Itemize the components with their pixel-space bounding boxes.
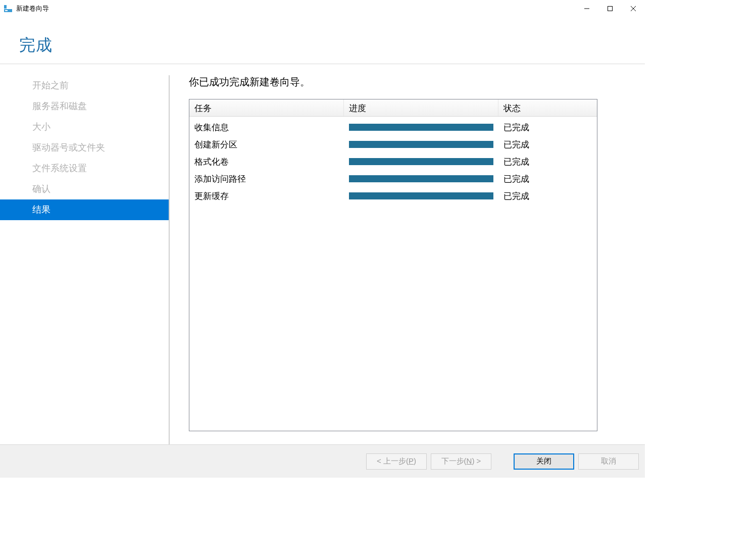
cell-task: 更新缓存 — [189, 190, 344, 202]
cell-task: 添加访问路径 — [189, 173, 344, 185]
cell-status: 已完成 — [498, 122, 597, 133]
cell-status: 已完成 — [498, 139, 597, 150]
table-row: 更新缓存 已完成 — [189, 187, 597, 205]
app-icon — [4, 5, 12, 13]
cancel-button: 取消 — [578, 453, 639, 470]
cell-progress — [344, 124, 498, 131]
sidebar-item-before-begin: 开始之前 — [18, 75, 169, 96]
column-header-status[interactable]: 状态 — [498, 99, 597, 116]
sidebar-item-filesystem: 文件系统设置 — [18, 158, 169, 179]
titlebar: 新建卷向导 — [0, 0, 645, 17]
table-row: 创建新分区 已完成 — [189, 136, 597, 153]
sidebar-item-drive-letter: 驱动器号或文件夹 — [18, 137, 169, 158]
progress-bar — [349, 175, 493, 182]
progress-bar — [349, 124, 493, 131]
completion-message: 你已成功完成新建卷向导。 — [189, 75, 597, 89]
next-button: 下一步(N) > — [431, 453, 491, 470]
cell-task: 创建新分区 — [189, 139, 344, 150]
cell-progress — [344, 158, 498, 165]
table-row: 收集信息 已完成 — [189, 119, 597, 136]
column-header-progress[interactable]: 进度 — [344, 99, 498, 116]
svg-rect-4 — [608, 7, 613, 11]
window-controls — [575, 1, 645, 17]
cell-progress — [344, 141, 498, 148]
main-panel: 你已成功完成新建卷向导。 任务 进度 状态 收集信息 已完成 创建新分区 已完成 — [170, 75, 645, 444]
cell-task: 格式化卷 — [189, 156, 344, 168]
cell-status: 已完成 — [498, 190, 597, 202]
cell-status: 已完成 — [498, 156, 597, 168]
sidebar-item-confirm: 确认 — [18, 179, 169, 199]
close-wizard-button[interactable]: 关闭 — [514, 453, 574, 470]
cell-task: 收集信息 — [189, 122, 344, 133]
sidebar-item-server-disk: 服务器和磁盘 — [18, 96, 169, 117]
svg-rect-2 — [5, 10, 8, 11]
close-button[interactable] — [622, 1, 645, 17]
wizard-steps-sidebar: 开始之前 服务器和磁盘 大小 驱动器号或文件夹 文件系统设置 确认 结果 — [0, 75, 169, 444]
progress-bar — [349, 192, 493, 199]
cell-status: 已完成 — [498, 173, 597, 185]
content-area: 开始之前 服务器和磁盘 大小 驱动器号或文件夹 文件系统设置 确认 结果 你已成… — [0, 64, 645, 444]
wizard-footer: < 上一步(P) 下一步(N) > 关闭 取消 — [0, 444, 645, 478]
previous-button: < 上一步(P) — [366, 453, 427, 470]
cell-progress — [344, 192, 498, 199]
svg-rect-0 — [4, 5, 7, 9]
minimize-button[interactable] — [575, 1, 598, 17]
table-header: 任务 进度 状态 — [189, 99, 597, 117]
sidebar-item-results: 结果 — [0, 199, 169, 220]
column-header-task[interactable]: 任务 — [189, 99, 344, 116]
table-row: 添加访问路径 已完成 — [189, 170, 597, 187]
progress-bar — [349, 158, 493, 165]
maximize-button[interactable] — [598, 1, 622, 17]
results-table: 任务 进度 状态 收集信息 已完成 创建新分区 已完成 格式化卷 — [189, 99, 597, 431]
table-row: 格式化卷 已完成 — [189, 153, 597, 170]
cell-progress — [344, 175, 498, 182]
sidebar-item-size: 大小 — [18, 117, 169, 137]
page-title: 完成 — [19, 34, 645, 57]
table-body: 收集信息 已完成 创建新分区 已完成 格式化卷 已完成 添加访问路径 — [189, 117, 597, 205]
progress-bar — [349, 141, 493, 148]
window-title: 新建卷向导 — [16, 4, 49, 13]
heading-area: 完成 — [0, 17, 645, 64]
